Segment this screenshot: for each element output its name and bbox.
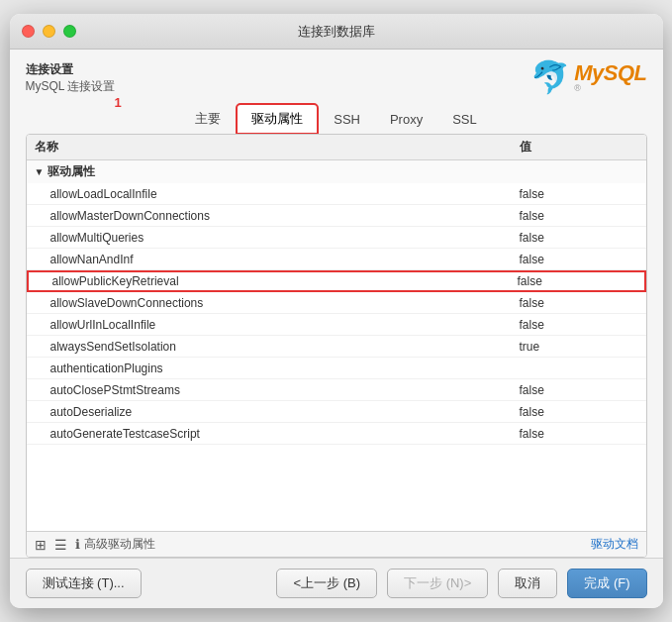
table-row[interactable]: autoGenerateTestcaseScriptfalse — [27, 423, 646, 445]
remove-row-icon[interactable]: ☰ — [54, 537, 67, 553]
property-name: autoDeserialize — [50, 405, 520, 419]
tab-bar: 1 主要 驱动属性 SSH Proxy SSL — [26, 103, 647, 135]
prev-button[interactable]: <上一步 (B) — [276, 569, 377, 598]
maximize-button[interactable] — [63, 25, 76, 38]
table-row[interactable]: allowSlaveDownConnectionsfalse — [27, 292, 646, 314]
window-controls — [22, 25, 76, 38]
property-name: allowNanAndInf — [50, 253, 520, 266]
connection-settings-label: 连接设置 — [26, 61, 116, 78]
test-connection-button[interactable]: 测试连接 (T)... — [26, 569, 142, 598]
property-value: false — [518, 274, 636, 288]
property-value: false — [520, 405, 638, 419]
tab-ssl[interactable]: SSL — [437, 106, 492, 133]
info-icon: ℹ 高级驱动属性 — [75, 536, 155, 553]
table-row[interactable]: allowLoadLocalInfilefalse — [27, 183, 646, 205]
next-button[interactable]: 下一步 (N)> — [387, 569, 488, 598]
property-name: allowSlaveDownConnections — [50, 296, 520, 310]
footer-right-buttons: <上一步 (B) 下一步 (N)> 取消 完成 (F) — [276, 569, 646, 598]
property-name: allowLoadLocalInfile — [50, 187, 520, 201]
mysql-connection-label: MySQL 连接设置 — [26, 78, 116, 95]
table-row[interactable]: allowNanAndInffalse — [27, 249, 646, 270]
close-button[interactable] — [22, 25, 35, 38]
content-area: 连接设置 MySQL 连接设置 🐬 MySQL ® 1 主要 — [10, 50, 663, 558]
tab-driver[interactable]: 驱动属性 — [236, 103, 319, 135]
finish-button[interactable]: 完成 (F) — [567, 569, 646, 598]
title-bar: 连接到数据库 — [10, 14, 663, 50]
rows-container: allowLoadLocalInfilefalseallowMasterDown… — [27, 183, 646, 445]
property-value: false — [520, 209, 638, 223]
property-value: false — [520, 383, 638, 397]
window-title: 连接到数据库 — [298, 23, 375, 41]
footer: 测试连接 (T)... <上一步 (B) 下一步 (N)> 取消 完成 (F) — [10, 558, 663, 608]
table-row[interactable]: allowUrlInLocalInfilefalse — [27, 314, 646, 336]
info-circle-icon: ℹ — [75, 537, 80, 552]
table-bottom-bar: ⊞ ☰ ℹ 高级驱动属性 驱动文档 — [27, 531, 646, 557]
property-name: allowUrlInLocalInfile — [50, 318, 520, 332]
property-name: alwaysSendSetIsolation — [50, 340, 520, 354]
property-value: false — [520, 296, 638, 310]
minimize-button[interactable] — [43, 25, 55, 38]
group-label: 驱动属性 — [48, 163, 95, 180]
property-value: true — [520, 340, 638, 354]
property-name: allowMultiQueries — [50, 231, 520, 245]
properties-table: 名称 值 ▼ 驱动属性 allowLoadLocalInfilefalseall… — [26, 134, 647, 558]
property-name: allowPublicKeyRetrieval — [52, 274, 518, 288]
col-value-header: 值 — [520, 139, 638, 156]
main-window: 连接到数据库 连接设置 MySQL 连接设置 🐬 MySQL ® — [10, 14, 663, 608]
group-driver-properties: ▼ 驱动属性 — [27, 160, 646, 183]
expand-arrow-icon: ▼ — [35, 166, 45, 177]
table-body[interactable]: ▼ 驱动属性 allowLoadLocalInfilefalseallowMas… — [27, 160, 646, 531]
table-row[interactable]: allowPublicKeyRetrievalfalse2 — [27, 270, 646, 292]
driver-docs-link[interactable]: 驱动文档 — [591, 536, 638, 553]
table-row[interactable]: autoDeserializefalse — [27, 401, 646, 423]
header-section: 连接设置 MySQL 连接设置 🐬 MySQL ® — [26, 61, 647, 95]
property-name: autoGenerateTestcaseScript — [50, 427, 520, 441]
table-row[interactable]: allowMasterDownConnectionsfalse — [27, 205, 646, 227]
table-row[interactable]: alwaysSendSetIsolationtrue — [27, 336, 646, 358]
property-value: false — [520, 427, 638, 441]
col-name-header: 名称 — [35, 139, 520, 156]
property-value: false — [520, 187, 638, 201]
property-name: allowMasterDownConnections — [50, 209, 520, 223]
mysql-dolphin-icon: 🐬 — [530, 61, 570, 93]
property-value: false — [520, 231, 638, 245]
tab-proxy[interactable]: Proxy — [375, 106, 437, 133]
tab-main[interactable]: 主要 — [180, 104, 236, 134]
property-value: false — [520, 253, 638, 266]
cancel-button[interactable]: 取消 — [498, 569, 557, 598]
table-row[interactable]: autoClosePStmtStreamsfalse — [27, 379, 646, 401]
bottom-bar-icons: ⊞ ☰ ℹ 高级驱动属性 — [35, 536, 591, 553]
table-row[interactable]: authenticationPlugins — [27, 358, 646, 379]
mysql-registered: ® — [574, 84, 581, 93]
table-header: 名称 值 — [27, 135, 646, 160]
table-row[interactable]: allowMultiQueriesfalse — [27, 227, 646, 249]
mysql-brand-text: MySQL — [574, 62, 646, 84]
property-value: false — [520, 318, 638, 332]
tab-badge-1: 1 — [115, 95, 122, 110]
add-row-icon[interactable]: ⊞ — [35, 537, 47, 553]
property-name: authenticationPlugins — [50, 362, 520, 375]
connection-label: 连接设置 MySQL 连接设置 — [26, 61, 116, 95]
property-name: autoClosePStmtStreams — [50, 383, 520, 397]
mysql-logo: 🐬 MySQL ® — [530, 61, 646, 93]
tab-ssh[interactable]: SSH — [319, 106, 375, 133]
